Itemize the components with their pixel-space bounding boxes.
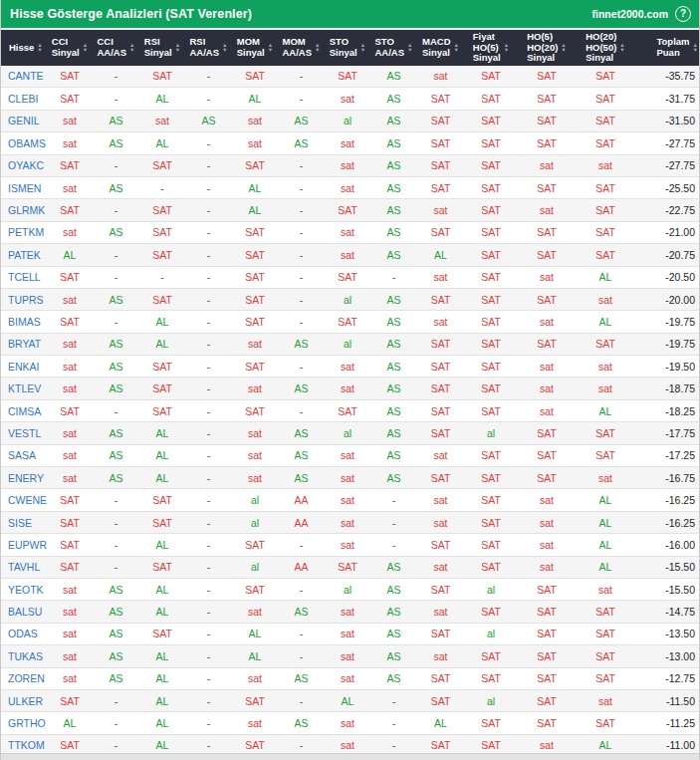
signal-cell-ho5-ho20-sinyal: sat <box>518 534 576 556</box>
column-header-sto-aaas[interactable]: STOAA/AS▲▼ <box>370 29 417 66</box>
sort-icon[interactable]: ▲▼ <box>37 43 42 52</box>
column-header-macd-sinyal[interactable]: MACDSinyal▲▼ <box>417 29 464 66</box>
sort-icon[interactable]: ▲▼ <box>175 43 180 52</box>
stock-link[interactable]: KTLEV <box>8 382 41 394</box>
stock-link[interactable]: SISE <box>8 517 32 529</box>
signal-cell-ho5-ho20-sinyal: sat <box>518 511 576 533</box>
sort-icon[interactable]: ▲▼ <box>561 43 566 52</box>
signal-cell-mom-sinyal: AL <box>232 623 278 644</box>
sort-icon[interactable]: ▲▼ <box>83 43 88 52</box>
sort-icon[interactable]: ▲▼ <box>619 43 624 52</box>
stock-link[interactable]: GLRMK <box>8 204 45 216</box>
column-header-ho5-ho20-sinyal[interactable]: HO(5)HO(20)Sinyal▲▼ <box>518 29 576 66</box>
table-row: BALSUsatASAL-satASsatASsatSATSATSAT-14.7… <box>1 601 700 623</box>
stock-link[interactable]: OBAMS <box>8 137 46 149</box>
column-header-cci-aaas[interactable]: CCIAA/AS▲▼ <box>93 29 139 66</box>
horizontal-scrollbar[interactable] <box>1 753 700 760</box>
stock-link[interactable]: ENERY <box>8 472 44 484</box>
column-header-mom-sinyal[interactable]: MOMSinyal▲▼ <box>232 29 278 66</box>
signal-cell-rsi-sinyal: SAT <box>139 66 185 88</box>
brand-logo-text: finnet2000.com <box>592 8 668 20</box>
signal-cell-mom-aaas: AS <box>278 422 325 444</box>
signal-cell-mom-sinyal: sat <box>232 667 278 689</box>
signal-cell-ho20-ho50-sinyal: AL <box>576 489 635 511</box>
sort-icon[interactable]: ▲▼ <box>315 43 320 52</box>
column-label: FiyatHO(5)Sinyal <box>473 32 501 64</box>
signal-cell-cci-sinyal: SAT <box>47 311 93 333</box>
table-row: PETKMsatASSAT-SAT-satASSATSATSATSAT-21.0… <box>1 221 700 243</box>
stock-link[interactable]: TUKAS <box>8 650 43 662</box>
signal-cell-macd-sinyal: SAT <box>417 333 464 355</box>
signal-cell-sto-sinyal: sat <box>325 667 370 689</box>
stock-link[interactable]: BRYAT <box>8 338 41 350</box>
sort-icon[interactable]: ▲▼ <box>407 43 412 52</box>
stock-name-cell: ULKER <box>1 689 47 711</box>
stock-link[interactable]: OYAKC <box>8 159 44 171</box>
sort-icon[interactable]: ▲▼ <box>693 43 698 52</box>
signal-cell-fiyat-ho5-sinyal: SAT <box>464 444 518 466</box>
stock-link[interactable]: ODAS <box>8 628 38 639</box>
stock-link[interactable]: BIMAS <box>8 316 41 328</box>
stock-link[interactable]: ENKAI <box>8 361 40 373</box>
signal-cell-cci-sinyal: sat <box>47 444 93 466</box>
signal-cell-sto-sinyal: SAT <box>325 311 370 333</box>
stock-link[interactable]: VESTL <box>8 427 41 439</box>
stock-link[interactable]: CWENE <box>8 494 47 506</box>
stock-link[interactable]: TUPRS <box>8 294 44 306</box>
sort-icon[interactable]: ▲▼ <box>222 43 227 52</box>
signal-cell-sto-aaas: AS <box>370 288 417 310</box>
sort-icon[interactable]: ▲▼ <box>360 43 365 52</box>
column-header-rsi-sinyal[interactable]: RSISinyal▲▼ <box>139 29 185 66</box>
stock-link[interactable]: EUPWR <box>8 539 47 551</box>
stock-link[interactable]: TAVHL <box>8 561 40 573</box>
stock-link[interactable]: ISMEN <box>8 182 41 194</box>
sort-icon[interactable]: ▲▼ <box>268 43 273 52</box>
table-row: CIMSASAT-SAT-SAT-SATASSATSATsatAL-18.25 <box>1 399 700 421</box>
column-header-cci-sinyal[interactable]: CCISinyal▲▼ <box>47 29 93 66</box>
stock-link[interactable]: SASA <box>8 449 36 461</box>
stock-link[interactable]: GRTHO <box>8 717 46 729</box>
stock-link[interactable]: PETKM <box>8 226 44 238</box>
signal-cell-mom-sinyal: sat <box>232 601 278 623</box>
total-score-cell: -20.50 <box>635 266 700 288</box>
stock-link[interactable]: TCELL <box>8 271 41 283</box>
column-header-fiyat-ho5-sinyal[interactable]: FiyatHO(5)Sinyal▲▼ <box>464 29 518 66</box>
column-header-ho20-ho50-sinyal[interactable]: HO(20)HO(50)Sinyal▲▼ <box>576 29 635 66</box>
signal-cell-fiyat-ho5-sinyal: SAT <box>464 356 518 378</box>
stock-link[interactable]: CIMSA <box>8 405 41 417</box>
stock-name-cell: OBAMS <box>1 132 47 154</box>
help-icon[interactable]: ? <box>675 6 691 22</box>
total-score-cell: -16.25 <box>635 489 700 511</box>
total-score-cell: -16.25 <box>635 511 700 533</box>
signal-cell-mom-aaas: AS <box>278 110 325 131</box>
sort-icon[interactable]: ▲▼ <box>454 43 459 52</box>
stock-link[interactable]: BALSU <box>8 606 42 618</box>
signal-cell-mom-sinyal: sat <box>232 333 278 355</box>
signal-cell-mom-aaas: - <box>278 623 325 644</box>
column-header-rsi-aaas[interactable]: RSIAA/AS▲▼ <box>185 29 232 66</box>
stock-link[interactable]: ULKER <box>8 695 43 707</box>
signal-cell-cci-aaas: AS <box>93 601 139 623</box>
stock-link[interactable]: PATEK <box>8 249 41 261</box>
signal-cell-cci-sinyal: SAT <box>47 88 93 110</box>
stock-link[interactable]: GENIL <box>8 115 40 127</box>
stock-link[interactable]: YEOTK <box>8 584 44 596</box>
total-score-cell: -11.50 <box>635 689 700 711</box>
stock-link[interactable]: CLEBI <box>8 93 38 105</box>
sort-icon[interactable]: ▲▼ <box>129 43 134 52</box>
column-header-toplam-puan[interactable]: ToplamPuan▲▼ <box>635 29 700 66</box>
signal-cell-sto-sinyal: sat <box>325 645 370 667</box>
column-header-mom-aaas[interactable]: MOMAA/AS▲▼ <box>278 29 325 66</box>
signal-cell-ho20-ho50-sinyal: sat <box>576 578 635 600</box>
signal-cell-fiyat-ho5-sinyal: SAT <box>464 288 518 310</box>
stock-link[interactable]: TTKOM <box>8 739 45 751</box>
table-row: CWENESAT-SAT-alAAsat-satSATsatAL-16.25 <box>1 489 700 511</box>
signal-cell-cci-sinyal: SAT <box>47 511 93 533</box>
stock-link[interactable]: ZOREN <box>8 672 45 684</box>
stock-link[interactable]: CANTE <box>8 70 44 82</box>
sort-icon[interactable]: ▲▼ <box>504 43 509 52</box>
signal-cell-cci-aaas: AS <box>93 623 139 644</box>
stock-name-cell: PETKM <box>1 221 47 243</box>
column-header-sto-sinyal[interactable]: STOSinyal▲▼ <box>325 29 370 66</box>
column-header-hisse[interactable]: Hisse▲▼ <box>1 29 47 66</box>
